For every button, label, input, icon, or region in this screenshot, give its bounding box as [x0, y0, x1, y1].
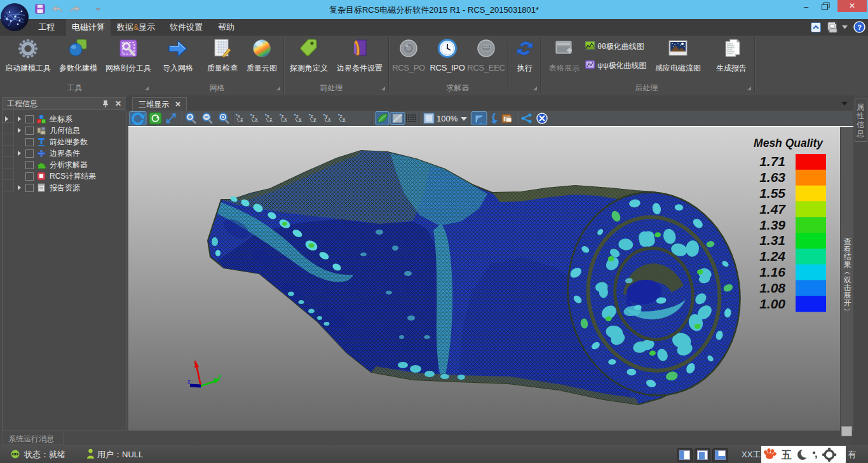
svg-text:1.08: 1.08: [759, 280, 785, 295]
svg-text:Mesh Quality: Mesh Quality: [754, 137, 824, 149]
svg-text:五: 五: [781, 450, 792, 460]
svg-text:zy: zy: [296, 114, 302, 122]
svg-text:zx: zx: [281, 114, 287, 121]
svg-text:xz: xz: [267, 114, 273, 121]
svg-text:z: z: [187, 378, 191, 385]
svg-text:1.63: 1.63: [759, 170, 785, 184]
svg-text:?: ?: [857, 24, 862, 31]
svg-text:1.55: 1.55: [759, 186, 785, 200]
svg-text:y: y: [218, 373, 221, 379]
svg-text:yx: yx: [325, 114, 331, 121]
svg-text:1.16: 1.16: [759, 265, 785, 279]
svg-text:xz: xz: [238, 114, 243, 121]
svg-text:1.71: 1.71: [759, 154, 785, 169]
svg-text:1.24: 1.24: [759, 249, 785, 263]
svg-text:1.47: 1.47: [759, 202, 786, 216]
svg-text:zx: zx: [252, 114, 258, 121]
svg-text:zy: zy: [311, 114, 316, 122]
svg-text:100%: 100%: [437, 114, 458, 123]
svg-text:1.00: 1.00: [759, 296, 785, 311]
svg-text:x: x: [194, 359, 197, 365]
svg-text:1.39: 1.39: [759, 218, 785, 232]
svg-text:zy: zy: [340, 114, 346, 122]
svg-text:1.31: 1.31: [759, 233, 785, 247]
